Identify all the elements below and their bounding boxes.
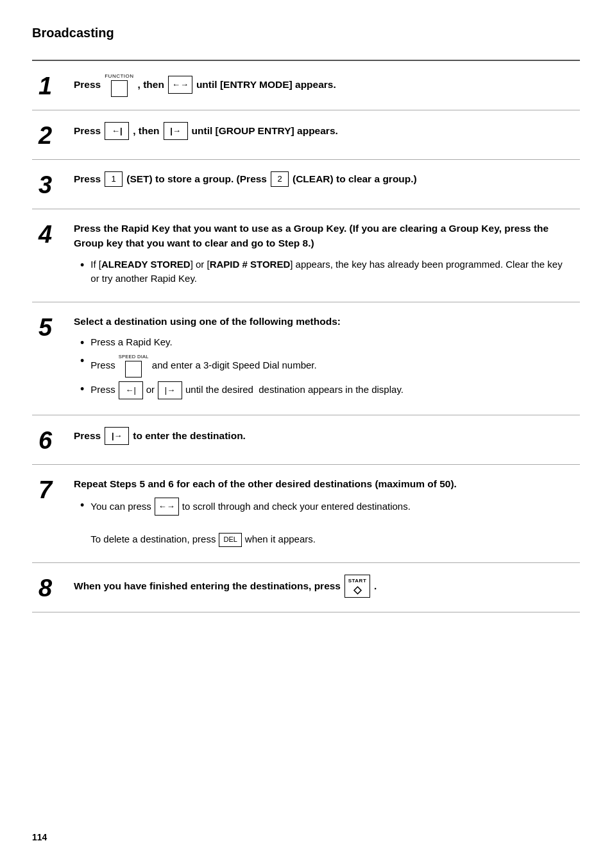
key-2: 2 bbox=[271, 171, 289, 187]
step-3: 3 Press 1 (SET) to store a group. (Press… bbox=[32, 160, 580, 209]
step-number-2: 2 bbox=[38, 122, 74, 148]
nav-icon-5b: |→ bbox=[158, 381, 182, 399]
step4-bullets: • If [ALREADY STORED] or [RAPID # STORED… bbox=[80, 257, 574, 286]
step-content-3: Press 1 (SET) to store a group. (Press 2… bbox=[74, 171, 574, 187]
start-key-icon: START ◇ bbox=[344, 575, 370, 598]
function-key-icon: FUNCTION bbox=[105, 73, 133, 97]
step7-text: Repeat Steps 5 and 6 for each of the oth… bbox=[74, 476, 574, 491]
step5-bullet-1: • Press a Rapid Key. bbox=[80, 335, 574, 350]
step-number-6: 6 bbox=[38, 427, 74, 453]
step5-bullet3-text: Press ←| or |→ until the desired destina… bbox=[90, 381, 574, 399]
step-content-8: When you have finished entering the dest… bbox=[74, 575, 574, 598]
step6-to: to enter the destination. bbox=[133, 428, 246, 443]
step5-bullet2-text: Press SPEED DIAL and enter a 3-digit Spe… bbox=[90, 353, 574, 377]
nav-icon-6: |→ bbox=[105, 427, 129, 445]
del-key-icon: DEL bbox=[219, 533, 241, 547]
bullet-dot-7-1: • bbox=[80, 499, 84, 511]
step-content-5: Select a destination using one of the fo… bbox=[74, 314, 574, 403]
step5-bullet-2: • Press SPEED DIAL and enter a 3-digit S… bbox=[80, 353, 574, 377]
step7-bullet-1: • You can press ←→ to scroll through and… bbox=[80, 498, 574, 547]
steps-container: 1 Press FUNCTION , then ←→ until [ENTRY … bbox=[32, 60, 580, 612]
step1-press: Press bbox=[74, 77, 101, 92]
step-number-1: 1 bbox=[38, 73, 74, 98]
step-number-8: 8 bbox=[38, 575, 74, 600]
step5-text: Select a destination using one of the fo… bbox=[74, 314, 574, 329]
nav-icon-7: ←→ bbox=[155, 498, 179, 516]
step8-text: When you have finished entering the dest… bbox=[74, 575, 574, 598]
step3-text: Press 1 (SET) to store a group. (Press 2… bbox=[74, 171, 574, 187]
step-5: 5 Select a destination using one of the … bbox=[32, 302, 580, 415]
step-8: 8 When you have finished entering the de… bbox=[32, 563, 580, 612]
step2-then: , then bbox=[133, 123, 159, 138]
key-1: 1 bbox=[105, 171, 123, 187]
step-content-1: Press FUNCTION , then ←→ until [ENTRY MO… bbox=[74, 73, 574, 97]
bullet-dot-5-3: • bbox=[80, 383, 84, 395]
nav-icon-1: ←→ bbox=[168, 76, 192, 94]
step5-bullets: • Press a Rapid Key. • Press SPEED DIAL … bbox=[80, 335, 574, 399]
step-number-5: 5 bbox=[38, 314, 74, 340]
step6-press: Press bbox=[74, 428, 101, 443]
step-7: 7 Repeat Steps 5 and 6 for each of the o… bbox=[32, 465, 580, 563]
step7-bullet1-text: You can press ←→ to scroll through and c… bbox=[90, 498, 574, 547]
nav-icon-2b: |→ bbox=[164, 122, 188, 140]
step4-bullet-1: • If [ALREADY STORED] or [RAPID # STORED… bbox=[80, 257, 574, 286]
step-6: 6 Press |→ to enter the destination. bbox=[32, 415, 580, 465]
nav-icon-5a: ←| bbox=[119, 381, 143, 399]
step4-text: Press the Rapid Key that you want to use… bbox=[74, 221, 574, 251]
step-2: 2 Press ←| , then |→ until [GROUP ENTRY]… bbox=[32, 110, 580, 160]
step-number-7: 7 bbox=[38, 476, 74, 502]
step-number-4: 4 bbox=[38, 221, 74, 247]
step8-when: When you have finished entering the dest… bbox=[74, 578, 341, 593]
bullet-dot: • bbox=[80, 259, 84, 271]
step-content-2: Press ←| , then |→ until [GROUP ENTRY] a… bbox=[74, 122, 574, 140]
step1-until: until [ENTRY MODE] appears. bbox=[196, 77, 336, 92]
step1-text: Press FUNCTION , then ←→ until [ENTRY MO… bbox=[74, 73, 574, 97]
step5-bullet-3: • Press ←| or |→ until the desired desti… bbox=[80, 381, 574, 399]
step2-press: Press bbox=[74, 123, 101, 138]
nav-icon-2a: ←| bbox=[105, 122, 129, 140]
step-content-7: Repeat Steps 5 and 6 for each of the oth… bbox=[74, 476, 574, 551]
bullet-dot-5-2: • bbox=[80, 355, 84, 367]
step3-clear: (CLEAR) to clear a group.) bbox=[293, 171, 417, 186]
step7-bullets: • You can press ←→ to scroll through and… bbox=[80, 498, 574, 547]
step3-set: (SET) to store a group. (Press bbox=[126, 171, 267, 186]
step-content-4: Press the Rapid Key that you want to use… bbox=[74, 221, 574, 290]
step1-then: , then bbox=[138, 77, 164, 92]
page-number: 114 bbox=[32, 832, 47, 842]
step3-press: Press bbox=[74, 171, 101, 186]
bullet-dot-5-1: • bbox=[80, 337, 84, 349]
step6-text: Press |→ to enter the destination. bbox=[74, 427, 574, 445]
step-content-6: Press |→ to enter the destination. bbox=[74, 427, 574, 445]
step-number-3: 3 bbox=[38, 171, 74, 197]
step5-bullet1-text: Press a Rapid Key. bbox=[90, 335, 574, 350]
step-4: 4 Press the Rapid Key that you want to u… bbox=[32, 209, 580, 302]
step4-bullet1-text: If [ALREADY STORED] or [RAPID # STORED] … bbox=[90, 257, 574, 286]
page-title: Broadcasting bbox=[32, 26, 580, 40]
step-1: 1 Press FUNCTION , then ←→ until [ENTRY … bbox=[32, 61, 580, 110]
step2-text: Press ←| , then |→ until [GROUP ENTRY] a… bbox=[74, 122, 574, 140]
step2-until: until [GROUP ENTRY] appears. bbox=[192, 123, 338, 138]
speed-dial-key-icon: SPEED DIAL bbox=[119, 353, 149, 377]
